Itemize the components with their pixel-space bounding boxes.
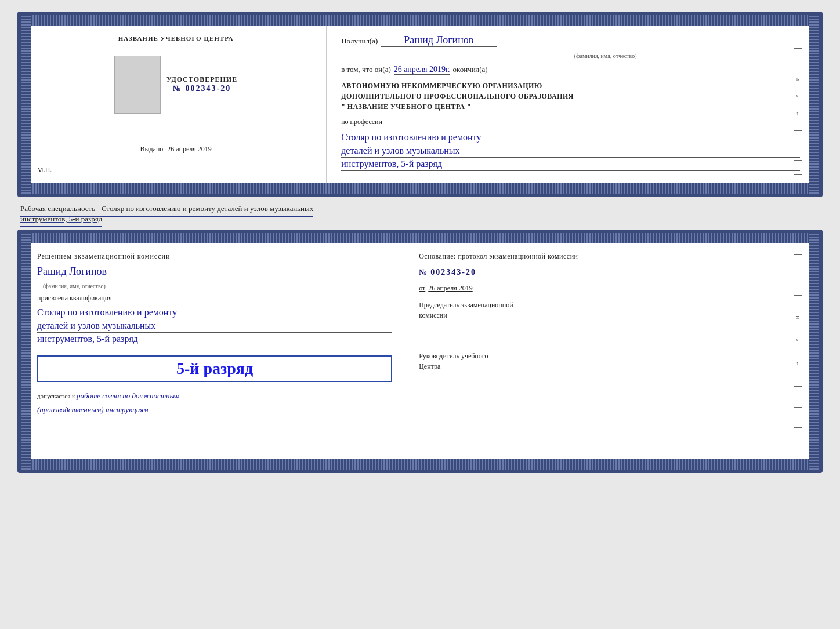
top-cert-inner: НАЗВАНИЕ УЧЕБНОГО ЦЕНТРА УДОСТОВЕРЕНИЕ №… [31, 26, 809, 183]
rukovoditel-block: Руководитель учебного Центра [419, 351, 800, 386]
bottom-right-border-texture [809, 233, 819, 470]
poluchil-line: Получил(а) Рашид Логинов – [341, 34, 800, 47]
protocol-number-value: 002343-20 [430, 268, 476, 277]
specialty-label-line2: инструментов, 5-й разряд [20, 212, 102, 227]
photo-placeholder [114, 56, 161, 114]
bottom-bottom-border-texture [21, 459, 819, 470]
rukovoditel-signature [419, 375, 488, 386]
profession-line-3: инструментов, 5-й разряд [341, 159, 800, 171]
bottom-certificate: Решением экзаменационной комиссии Рашид … [17, 230, 823, 473]
recipient-name-bottom: Рашид Логинов [37, 266, 107, 278]
qual-line-3: инструментов, 5-й разряд [37, 334, 392, 346]
protocol-number-line: № 002343-20 [419, 268, 800, 277]
profession-line-1: Столяр по изготовлению и ремонту [341, 132, 800, 144]
instruktsii-text: (производственным) инструкциям [37, 405, 149, 414]
osnovanie-text: Основание: протокол экзаменационной коми… [419, 252, 800, 261]
divider-line-1 [37, 129, 314, 129]
center-title: НАЗВАНИЕ УЧЕБНОГО ЦЕНТРА [118, 34, 234, 43]
predsedatel-signature [419, 323, 488, 335]
protocol-number-prefix: № [419, 268, 428, 277]
instruktsii-line: (производственным) инструкциям [37, 405, 392, 415]
ot-date: 26 апреля 2019 [428, 284, 472, 293]
specialty-label-wrapper: Рабочая специальность - Столяр по изгото… [17, 202, 823, 225]
predsedatel-block: Председатель экзаменационной комиссии [419, 300, 800, 335]
qual-line-2: деталей и узлов музыкальных [37, 321, 392, 333]
top-cert-left-panel: НАЗВАНИЕ УЧЕБНОГО ЦЕНТРА УДОСТОВЕРЕНИЕ №… [31, 26, 327, 183]
profession-lines-top: Столяр по изготовлению и ремонту деталей… [341, 132, 800, 171]
bottom-border-texture [21, 183, 819, 194]
left-border-texture [21, 15, 31, 194]
fio-label-bottom: (фамилия, имя, отчество) [43, 283, 392, 289]
ot-line: от 26 апреля 2019 – [419, 284, 800, 293]
profession-line-2: деталей и узлов музыкальных [341, 146, 800, 158]
top-border-texture [21, 15, 819, 26]
resheniem-text: Решением экзаменационной комиссии [37, 252, 392, 261]
bottom-cert-inner: Решением экзаменационной комиссии Рашид … [31, 243, 809, 459]
udostoverenie-block: УДОСТОВЕРЕНИЕ № 002343-20 [166, 75, 237, 93]
dopuskaetsya-line: допускается к работе согласно должностны… [37, 391, 392, 401]
vydano-line: Выдано 26 апреля 2019 [140, 145, 211, 154]
vtom-line: в том, что он(а) 26 апреля 2019г. окончи… [341, 65, 800, 75]
recipient-name-top: Рашид Логинов [404, 34, 473, 46]
bottom-cert-left-panel: Решением экзаменационной комиссии Рашид … [31, 243, 404, 473]
udostoverenie-number: № 002343-20 [166, 84, 237, 93]
right-deco-bottom: И а ← [789, 245, 806, 458]
bottom-top-border-texture [21, 233, 819, 243]
udostoverenie-label: УДОСТОВЕРЕНИЕ [166, 75, 237, 84]
vtom-date: 26 апреля 2019г. [394, 65, 450, 75]
fio-label-top: (фамилия, имя, отчество) [411, 53, 800, 59]
org-block: АВТОНОМНУЮ НЕКОММЕРЧЕСКУЮ ОРГАНИЗАЦИЮ ДО… [341, 81, 800, 112]
bottom-cert-right-panel: Основание: протокол экзаменационной коми… [404, 243, 809, 459]
page-wrapper: НАЗВАНИЕ УЧЕБНОГО ЦЕНТРА УДОСТОВЕРЕНИЕ №… [6, 6, 834, 479]
po-professii: по профессии [341, 118, 800, 126]
rabota-text: работе согласно должностным [77, 391, 180, 400]
prisvoena-text: присвоена квалификация [37, 294, 392, 303]
qual-line-1: Столяр по изготовлению и ремонту [37, 307, 392, 319]
mp-line: М.П. [37, 166, 52, 174]
bottom-left-border-texture [21, 233, 31, 470]
top-certificate: НАЗВАНИЕ УЧЕБНОГО ЦЕНТРА УДОСТОВЕРЕНИЕ №… [17, 12, 823, 197]
top-cert-right-panel: Получил(а) Рашид Логинов – (фамилия, имя… [327, 26, 809, 183]
right-border-texture [809, 15, 819, 194]
right-deco-top: И а ← [789, 27, 806, 182]
qualification-lines: Столяр по изготовлению и ремонту деталей… [37, 307, 392, 346]
razryad-box: 5-й разряд [37, 355, 392, 382]
